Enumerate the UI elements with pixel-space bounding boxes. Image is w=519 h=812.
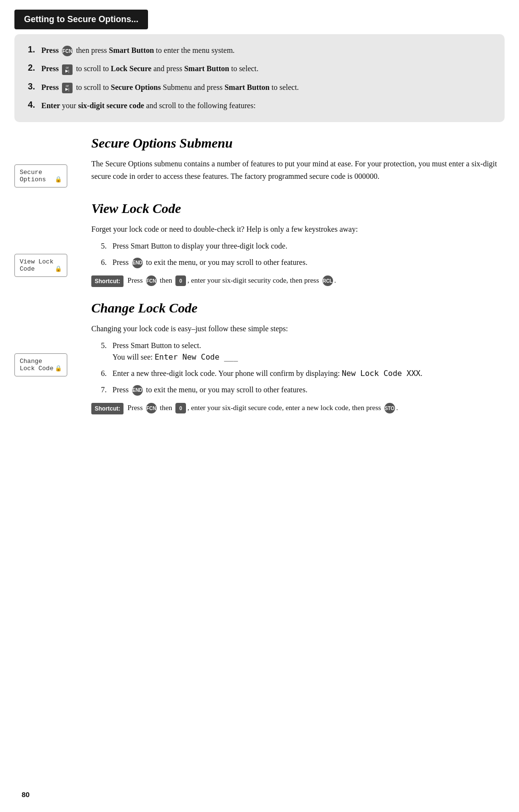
- step-5-text: Press Smart Button to display your three…: [112, 240, 287, 252]
- step-3-num: 3.: [28, 82, 41, 92]
- end-button-icon-2: END: [132, 385, 143, 396]
- change-lock-sidebar: Change Lock Code 🔒: [14, 300, 82, 414]
- header-banner: Getting to Secure Options...: [14, 10, 148, 29]
- change-step-6-text: Enter a new three-digit lock code. Your …: [112, 368, 422, 379]
- fcn-icon-1: FCN: [146, 275, 157, 286]
- change-screen-line2: Lock Code: [20, 365, 53, 372]
- screen-line2: Options: [20, 176, 46, 183]
- step-2: 2. Press or ▶| to scroll to Lock Secure …: [28, 63, 491, 75]
- view-lock-step-6: 6. Press END to exit the menu, or you ma…: [101, 257, 505, 268]
- change-screen-line1: Change: [20, 358, 42, 365]
- secure-options-content: Secure Options Submenu The Secure Option…: [82, 136, 505, 187]
- secure-options-body: The Secure Options submenu contains a nu…: [91, 158, 505, 182]
- shortcut-text-1: Press FCN then 0, enter your six-digit s…: [127, 275, 505, 287]
- lock-icon-1: 🔒: [55, 176, 62, 183]
- change-lock-intro: Changing your lock code is easy–just fol…: [91, 323, 505, 335]
- change-step-7-text: Press END to exit the menu, or you may s…: [112, 384, 308, 396]
- view-lock-step-5: 5. Press Smart Button to display your th…: [101, 240, 505, 252]
- code-new-lock: New Lock Code XXX: [342, 369, 420, 378]
- step-4-content: Enter your six-digit secure code and scr…: [41, 100, 491, 112]
- view-screen-line1: View Lock: [20, 258, 53, 265]
- shortcut-label-1: Shortcut:: [91, 275, 124, 287]
- step-1-content: Press FCN then press Smart Button to ent…: [41, 45, 491, 56]
- lock-icon-2: 🔒: [55, 265, 62, 273]
- view-lock-content: View Lock Code Forget your lock code or …: [82, 201, 505, 287]
- scroll-icon-3: or ▶|: [62, 83, 73, 93]
- change-lock-step-5: 5. Press Smart Button to select. You wil…: [101, 340, 505, 363]
- secure-options-sidebar: Secure Options 🔒: [14, 136, 82, 187]
- sto-icon: STO: [384, 403, 395, 413]
- view-lock-section: View Lock Code 🔒 View Lock Code Forget y…: [14, 201, 505, 287]
- view-lock-title: View Lock Code: [91, 201, 505, 216]
- section-view-lock-code: View Lock Code 🔒 View Lock Code Forget y…: [14, 201, 505, 287]
- secure-options-title: Secure Options Submenu: [91, 136, 505, 151]
- step-4-num: 4.: [28, 100, 41, 110]
- view-lock-sidebar: View Lock Code 🔒: [14, 201, 82, 287]
- page: Getting to Secure Options... 1. Press FC…: [0, 0, 519, 812]
- secure-options-screen: Secure Options 🔒: [14, 164, 67, 187]
- change-lock-shortcut: Shortcut: Press FCN then 0, enter your s…: [91, 402, 505, 414]
- shortcut-text-2: Press FCN then 0, enter your six-digit s…: [127, 402, 505, 414]
- step-5-num: 5.: [101, 240, 112, 252]
- change-lock-steps: 5. Press Smart Button to select. You wil…: [101, 340, 505, 396]
- screen-line1: Secure: [20, 169, 42, 176]
- step-2-num: 2.: [28, 63, 41, 73]
- change-lock-content: Change Lock Code Changing your lock code…: [82, 300, 505, 414]
- change-lock-title: Change Lock Code: [91, 300, 505, 316]
- change-step-7-num: 7.: [101, 384, 112, 396]
- step-3-content: Press or ▶| to scroll to Secure Options …: [41, 82, 491, 93]
- change-lock-section: Change Lock Code 🔒 Change Lock Code Chan…: [14, 300, 505, 414]
- step-3: 3. Press or ▶| to scroll to Secure Optio…: [28, 82, 491, 93]
- page-content: Getting to Secure Options... 1. Press FC…: [0, 0, 519, 812]
- end-button-icon-1: END: [132, 258, 143, 268]
- change-step-6-num: 6.: [101, 368, 112, 379]
- step-6-num: 6.: [101, 257, 112, 268]
- section-change-lock-code: Change Lock Code 🔒 Change Lock Code Chan…: [14, 300, 505, 414]
- view-lock-steps: 5. Press Smart Button to display your th…: [101, 240, 505, 268]
- steps-section: 1. Press FCN then press Smart Button to …: [14, 34, 505, 122]
- shortcut-label-2: Shortcut:: [91, 403, 124, 414]
- lock-icon-3: 🔒: [55, 365, 62, 372]
- fcn-button-icon: FCN: [62, 46, 73, 56]
- view-lock-screen: View Lock Code 🔒: [14, 254, 67, 277]
- scroll-icon-2: or ▶|: [62, 64, 73, 75]
- fcn-icon-2: FCN: [146, 403, 157, 413]
- step-1-num: 1.: [28, 45, 41, 55]
- step-2-content: Press or ▶| to scroll to Lock Secure and…: [41, 63, 491, 75]
- view-lock-shortcut: Shortcut: Press FCN then 0, enter your s…: [91, 275, 505, 287]
- section-secure-options: Secure Options 🔒 Secure Options Submenu …: [14, 136, 505, 187]
- page-number: 80: [22, 790, 30, 799]
- change-lock-screen: Change Lock Code 🔒: [14, 353, 67, 376]
- change-step-5-text: Press Smart Button to select. You will s…: [112, 340, 238, 363]
- rcl-icon: RCL: [322, 275, 333, 286]
- secure-options-section: Secure Options 🔒 Secure Options Submenu …: [14, 136, 505, 187]
- step-6-text: Press END to exit the menu, or you may s…: [112, 257, 308, 268]
- view-lock-intro: Forget your lock code or need to double-…: [91, 223, 505, 236]
- step-4: 4. Enter your six-digit secure code and …: [28, 100, 491, 112]
- zero-icon-1: 0: [175, 275, 186, 286]
- code-enter-new: Enter New Code ___: [155, 352, 238, 362]
- step-1: 1. Press FCN then press Smart Button to …: [28, 45, 491, 56]
- change-step-5-num: 5.: [101, 340, 112, 351]
- change-lock-step-6: 6. Enter a new three-digit lock code. Yo…: [101, 368, 505, 379]
- zero-icon-2: 0: [175, 403, 186, 413]
- view-screen-line2: Code: [20, 265, 35, 273]
- change-lock-step-7: 7. Press END to exit the menu, or you ma…: [101, 384, 505, 396]
